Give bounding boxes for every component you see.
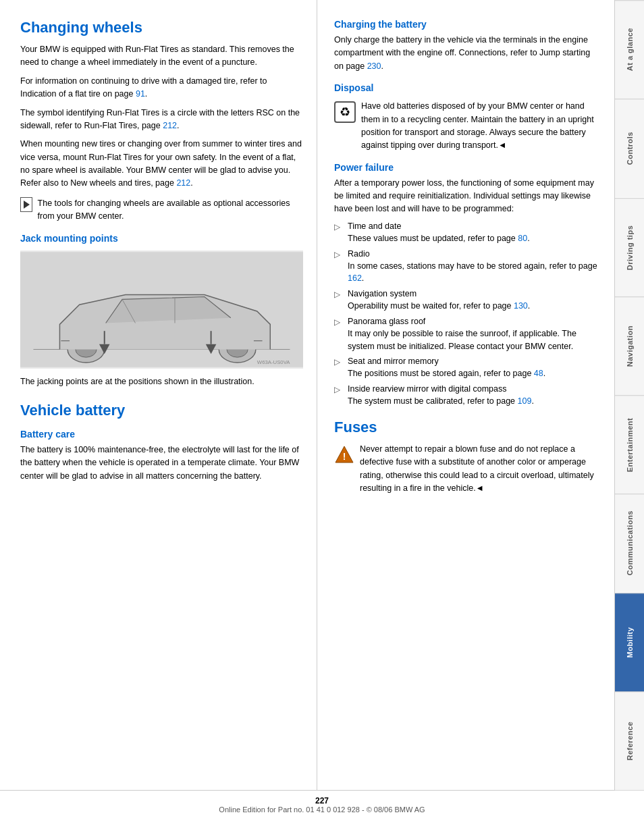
bullet-time-date: ▷ Time and date These values must be upd… [334,221,601,245]
play-icon [20,197,32,212]
bullet-arrow-icon-5: ▷ [334,357,344,380]
right-column: Charging the battery Only charge the bat… [317,0,614,790]
sidebar-nav: At a glance Controls Driving tips Naviga… [614,0,644,790]
jack-caption: The jacking points are at the positions … [20,375,303,388]
fuses-section: Fuses ! Never attempt to repair a blown … [334,419,601,496]
page-number: 227 [315,796,329,805]
bullet-arrow-icon: ▷ [334,222,344,245]
link-page212-2[interactable]: 212 [176,178,190,188]
footer: 227 Online Edition for Part no. 01 41 0 … [0,790,644,819]
charging-battery-title: Charging the battery [334,19,601,30]
bullet-seat-mirror-title: Seat and mirror memory [348,356,601,366]
bullet-radio: ▷ Radio In some cases, stations may have… [334,249,601,286]
power-failure-section: Power failure After a temporary power lo… [334,162,601,408]
jack-mounting-section: Jack mounting points [20,233,303,388]
charging-text: Only charge the battery in the vehicle v… [334,34,601,73]
svg-text:!: ! [343,451,346,462]
note-box-tools: The tools for changing wheels are availa… [20,197,303,223]
para2: For information on continuing to drive w… [20,75,303,101]
left-column: Changing wheels Your BMW is equipped wit… [0,0,317,790]
link-page80[interactable]: 80 [518,234,527,243]
disposal-section: Disposal ♻ Have old batteries disposed o… [334,82,601,153]
disposal-text: Have old batteries disposed of by your B… [361,100,601,153]
bullet-arrow-icon-2: ▷ [334,250,344,286]
power-failure-title: Power failure [334,162,601,173]
bullet-rearview: ▷ Inside rearview mirror with digital co… [334,384,601,408]
bullet-radio-title: Radio [348,249,601,259]
jack-diagram-svg: W63A-US0VA [20,250,303,369]
bullet-seat-mirror: ▷ Seat and mirror memory The positions m… [334,356,601,380]
fuses-title: Fuses [334,419,601,436]
bullet-arrow-icon-4: ▷ [334,317,344,353]
fuses-warning-text: Never attempt to repair a blown fuse and… [360,443,601,496]
bullet-arrow-icon-3: ▷ [334,290,344,313]
link-page212-1[interactable]: 212 [163,121,177,130]
bullet-time-date-desc: These values must be updated, refer to p… [348,232,601,245]
bullet-panorama-title: Panorama glass roof [348,317,601,326]
bullet-panorama-desc: It may only be possible to raise the sun… [348,327,601,353]
warning-svg: ! [334,445,354,464]
jack-image: W63A-US0VA [20,250,303,369]
jack-mounting-title: Jack mounting points [20,233,303,244]
link-page91[interactable]: 91 [136,89,145,99]
link-page162[interactable]: 162 [348,273,362,283]
para4: When mounting new tires or changing over… [20,138,303,190]
bullet-navigation-desc: Operability must be waited for, refer to… [348,300,601,313]
vehicle-battery-title: Vehicle battery [20,402,303,419]
sidebar-item-reference[interactable]: Reference [615,691,644,790]
sidebar-item-navigation[interactable]: Navigation [615,296,644,395]
svg-text:W63A-US0VA: W63A-US0VA [257,359,291,365]
bullet-seat-mirror-desc: The positions must be stored again, refe… [348,367,601,380]
bullet-time-date-title: Time and date [348,221,601,231]
vehicle-battery-section: Vehicle battery Battery care The battery… [20,402,303,483]
recycle-symbol-glyph: ♻ [340,105,350,120]
disposal-note: ♻ Have old batteries disposed of by your… [334,100,601,153]
link-page130[interactable]: 130 [514,301,528,311]
recycle-icon: ♻ [334,101,356,123]
charging-battery-section: Charging the battery Only charge the bat… [334,19,601,73]
bullet-rearview-desc: The system must be calibrated, refer to … [348,395,601,408]
main-content: Changing wheels Your BMW is equipped wit… [0,0,644,819]
bullet-navigation-title: Navigation system [348,289,601,298]
note-text: The tools for changing wheels are availa… [38,197,303,223]
disposal-title: Disposal [334,82,601,93]
bullet-radio-desc: In some cases, stations may have to be s… [348,260,601,286]
sidebar-item-controls[interactable]: Controls [615,99,644,197]
sidebar-item-mobility[interactable]: Mobility [615,593,644,691]
warning-triangle-icon: ! [334,444,354,465]
sidebar-item-communications[interactable]: Communications [615,494,644,592]
bullet-panorama: ▷ Panorama glass roof It may only be pos… [334,317,601,353]
para3: The symbol identifying Run-Flat Tires is… [20,107,303,133]
changing-wheels-title: Changing wheels [20,19,303,36]
bullet-rearview-title: Inside rearview mirror with digital comp… [348,384,601,394]
para1: Your BMW is equipped with Run-Flat Tires… [20,43,303,70]
battery-care-title: Battery care [20,429,303,440]
sidebar-item-at-a-glance[interactable]: At a glance [615,0,644,99]
link-page230[interactable]: 230 [367,61,381,71]
sidebar-item-driving-tips[interactable]: Driving tips [615,198,644,296]
bullet-arrow-icon-6: ▷ [334,385,344,408]
content-area: Changing wheels Your BMW is equipped wit… [0,0,644,790]
edition-text: Online Edition for Part no. 01 41 0 012 … [219,805,425,814]
changing-wheels-section: Changing wheels Your BMW is equipped wit… [20,19,303,223]
fuses-warning-box: ! Never attempt to repair a blown fuse a… [334,443,601,496]
sidebar-item-entertainment[interactable]: Entertainment [615,395,644,494]
play-triangle-icon [24,201,30,209]
link-page48[interactable]: 48 [534,369,543,378]
power-failure-intro: After a temporary power loss, the functi… [334,177,601,216]
link-page109[interactable]: 109 [518,396,532,406]
battery-care-text: The battery is 100% maintenance-free, th… [20,444,303,483]
bullet-navigation: ▷ Navigation system Operability must be … [334,289,601,313]
